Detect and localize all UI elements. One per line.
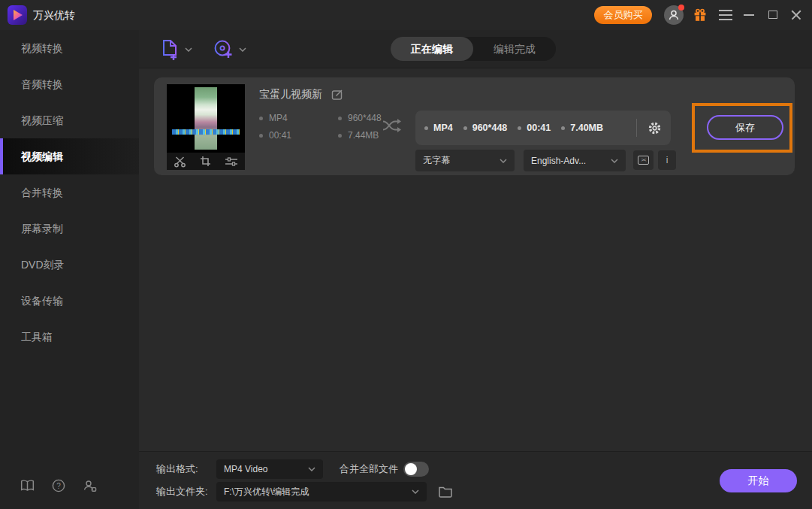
tab-editing[interactable]: 正在编辑 bbox=[391, 37, 473, 61]
tab-edit-done[interactable]: 编辑完成 bbox=[473, 37, 556, 61]
start-button[interactable]: 开始 bbox=[720, 469, 797, 492]
output-settings-gear-icon[interactable] bbox=[647, 121, 662, 135]
chevron-down-icon bbox=[611, 159, 618, 163]
add-file-icon bbox=[161, 39, 180, 60]
subtitle-select[interactable]: 无字幕 bbox=[415, 150, 515, 171]
output-format: MP4 bbox=[433, 123, 453, 133]
save-button[interactable]: 保存 bbox=[707, 115, 783, 140]
svg-text:?: ? bbox=[56, 482, 61, 490]
video-thumbnail bbox=[167, 84, 245, 170]
output-settings-summary: MP4 960*448 00:41 7.40MB bbox=[415, 111, 671, 145]
burned-subtitle-line bbox=[172, 129, 240, 135]
sidebar-item-video-convert[interactable]: 视频转换 bbox=[0, 30, 139, 66]
audio-track-select[interactable]: English-Adv... bbox=[524, 150, 626, 171]
bottom-bar: 输出格式: MP4 Video 合并全部文件 输出文件夹: F:\万兴优转\编辑… bbox=[139, 451, 812, 509]
source-size: 7.44MB bbox=[348, 130, 379, 141]
rename-edit-icon[interactable] bbox=[331, 89, 343, 101]
source-metadata: MP4 960*448 00:41 7.44MB bbox=[259, 113, 387, 141]
video-file-card: 宝蛋儿视频新 MP4 960*448 00:41 7.44MB bbox=[154, 77, 795, 175]
maximize-button[interactable] bbox=[768, 11, 777, 19]
output-resolution: 960*448 bbox=[472, 123, 508, 133]
file-name: 宝蛋儿视频新 bbox=[259, 88, 322, 101]
sidebar-item-video-edit[interactable]: 视频编辑 bbox=[0, 138, 139, 174]
output-folder-select[interactable]: F:\万兴优转\编辑完成 bbox=[216, 482, 427, 501]
video-preview-frame bbox=[167, 84, 245, 153]
notification-dot bbox=[678, 5, 684, 11]
effects-adjust-icon[interactable] bbox=[225, 156, 238, 167]
source-resolution: 960*448 bbox=[348, 113, 382, 123]
close-button[interactable] bbox=[791, 10, 801, 20]
minimize-button[interactable] bbox=[744, 14, 754, 16]
output-format-label: 输出格式: bbox=[156, 459, 198, 479]
main-toolbar: 正在编辑 编辑完成 bbox=[139, 30, 812, 68]
output-folder-label: 输出文件夹: bbox=[156, 482, 208, 501]
app-title: 万兴优转 bbox=[33, 0, 75, 30]
merge-all-label: 合并全部文件 bbox=[340, 459, 398, 479]
sidebar-item-merge-convert[interactable]: 合并转换 bbox=[0, 174, 139, 211]
support-contact-icon[interactable] bbox=[83, 480, 97, 492]
subtitle-edit-button[interactable]: >< bbox=[633, 150, 654, 170]
add-disc-button[interactable] bbox=[213, 39, 246, 59]
chevron-down-icon bbox=[500, 159, 507, 163]
guide-book-icon[interactable] bbox=[20, 480, 35, 492]
crop-icon[interactable] bbox=[200, 156, 211, 167]
titlebar: 万兴优转 会员购买 bbox=[0, 0, 812, 30]
source-duration: 00:41 bbox=[269, 130, 291, 141]
person-icon bbox=[668, 9, 680, 21]
app-logo-icon bbox=[8, 5, 27, 25]
help-icon[interactable]: ? bbox=[52, 479, 65, 492]
sidebar-footer: ? bbox=[0, 479, 139, 492]
subtitle-frame-icon: >< bbox=[638, 156, 649, 165]
edit-status-tabs: 正在编辑 编辑完成 bbox=[391, 37, 556, 61]
info-button[interactable]: i bbox=[658, 150, 676, 170]
chevron-down-icon bbox=[239, 47, 246, 52]
gift-promo-icon[interactable] bbox=[693, 8, 708, 26]
chevron-down-icon bbox=[185, 47, 192, 52]
sidebar-item-toolbox[interactable]: 工具箱 bbox=[0, 319, 139, 355]
uniconverter-window: 万兴优转 会员购买 视频转换 音频转换 视频压缩 视频编 bbox=[0, 0, 812, 509]
thumbnail-toolbar bbox=[167, 153, 245, 170]
open-folder-icon[interactable] bbox=[438, 485, 453, 501]
subtitle-select-value: 无字幕 bbox=[423, 154, 450, 167]
source-format: MP4 bbox=[269, 113, 288, 123]
sidebar-item-device-transfer[interactable]: 设备传输 bbox=[0, 283, 139, 319]
buy-membership-button[interactable]: 会员购买 bbox=[594, 6, 652, 24]
user-avatar[interactable] bbox=[664, 5, 684, 25]
audio-track-value: English-Adv... bbox=[531, 156, 586, 166]
output-format-select[interactable]: MP4 Video bbox=[216, 459, 323, 479]
sidebar-item-dvd-burn[interactable]: DVD刻录 bbox=[0, 247, 139, 283]
output-size: 7.40MB bbox=[570, 123, 603, 133]
chevron-down-icon bbox=[308, 467, 315, 471]
output-duration: 00:41 bbox=[527, 123, 551, 133]
sidebar-item-screen-record[interactable]: 屏幕录制 bbox=[0, 211, 139, 247]
sidebar-item-audio-convert[interactable]: 音频转换 bbox=[0, 66, 139, 102]
sidebar-item-video-compress[interactable]: 视频压缩 bbox=[0, 102, 139, 138]
trim-scissors-icon[interactable] bbox=[174, 156, 186, 168]
chevron-down-icon bbox=[412, 489, 419, 494]
file-title-row: 宝蛋儿视频新 bbox=[259, 88, 343, 101]
merge-all-toggle[interactable] bbox=[403, 462, 429, 477]
output-folder-path: F:\万兴优转\编辑完成 bbox=[224, 486, 309, 498]
add-disc-icon bbox=[213, 39, 234, 59]
convert-arrow-icon bbox=[382, 117, 403, 137]
hamburger-menu-button[interactable] bbox=[719, 10, 732, 20]
add-file-button[interactable] bbox=[161, 39, 192, 60]
content-area: 宝蛋儿视频新 MP4 960*448 00:41 7.44MB bbox=[139, 68, 812, 451]
output-format-select-value: MP4 Video bbox=[224, 464, 267, 474]
sidebar: 视频转换 音频转换 视频压缩 视频编辑 合并转换 屏幕录制 DVD刻录 设备传输… bbox=[0, 30, 139, 509]
